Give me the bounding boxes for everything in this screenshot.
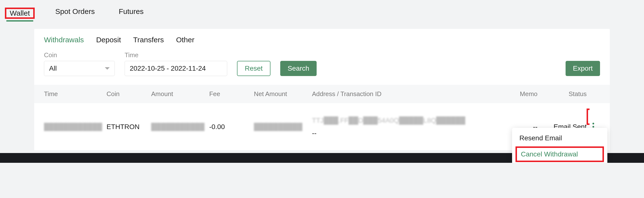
actions-dropdown: Resend Email Cancel Withdrawal — [512, 128, 607, 163]
cell-net-amount: ██████████ — [254, 123, 312, 131]
coin-filter-label: Coin — [44, 51, 115, 59]
header-amount: Amount — [151, 90, 209, 98]
subtab-other[interactable]: Other — [176, 36, 194, 44]
header-address: Address / Transaction ID — [312, 90, 504, 98]
sub-tabs: Withdrawals Deposit Transfers Other — [34, 29, 610, 51]
search-button[interactable]: Search — [280, 61, 317, 76]
dot-icon — [592, 123, 594, 124]
filters-row: Coin All Time 2022-10-25 - 2022-11-24 Re… — [34, 51, 610, 85]
header-memo: Memo — [504, 90, 538, 98]
cell-coin: ETHTRON — [106, 123, 151, 131]
cancel-withdrawal-highlight: Cancel Withdrawal — [516, 146, 604, 162]
time-filter-label: Time — [124, 51, 227, 59]
top-tabs: Wallet Spot Orders Futures — [0, 0, 644, 22]
cell-amount: ███████████ — [151, 123, 209, 131]
coin-filter-group: Coin All — [44, 51, 115, 76]
header-coin: Coin — [106, 90, 151, 98]
coin-select[interactable]: All — [44, 61, 115, 76]
subtab-withdrawals[interactable]: Withdrawals — [44, 36, 84, 44]
cell-time: ████████████ — [44, 123, 106, 131]
cell-address: TTJ███.FF██D███54A0Q█████L8Q██████ -- — [312, 116, 504, 137]
header-net-amount: Net Amount — [254, 90, 312, 98]
main-panel: Withdrawals Deposit Transfers Other Coin… — [34, 29, 610, 150]
tab-wallet[interactable]: Wallet — [6, 6, 33, 23]
tab-futures[interactable]: Futures — [115, 5, 147, 22]
resend-email-item[interactable]: Resend Email — [512, 130, 607, 146]
date-range-input[interactable]: 2022-10-25 - 2022-11-24 — [124, 61, 227, 76]
time-filter-group: Time 2022-10-25 - 2022-11-24 — [124, 51, 227, 76]
dot-icon — [592, 126, 594, 128]
cell-fee: -0.00 — [209, 123, 254, 131]
header-actions — [586, 90, 600, 98]
cancel-withdrawal-item[interactable]: Cancel Withdrawal — [521, 150, 598, 158]
cell-address-line1: TTJ███.FF██D███54A0Q█████L8Q██████ — [312, 116, 504, 124]
header-time: Time — [44, 90, 106, 98]
reset-button[interactable]: Reset — [237, 61, 270, 76]
chevron-down-icon — [105, 67, 110, 70]
coin-select-value: All — [49, 64, 57, 72]
subtab-transfers[interactable]: Transfers — [133, 36, 164, 44]
export-button[interactable]: Export — [566, 61, 600, 76]
tab-spot-orders[interactable]: Spot Orders — [52, 5, 98, 22]
wallet-tab-highlight: Wallet — [5, 8, 35, 19]
date-range-value: 2022-10-25 - 2022-11-24 — [130, 64, 206, 72]
header-fee: Fee — [209, 90, 254, 98]
subtab-deposit[interactable]: Deposit — [96, 36, 121, 44]
header-status: Status — [538, 90, 586, 98]
table-header: Time Coin Amount Fee Net Amount Address … — [34, 85, 610, 103]
cell-address-line2: -- — [312, 129, 504, 137]
